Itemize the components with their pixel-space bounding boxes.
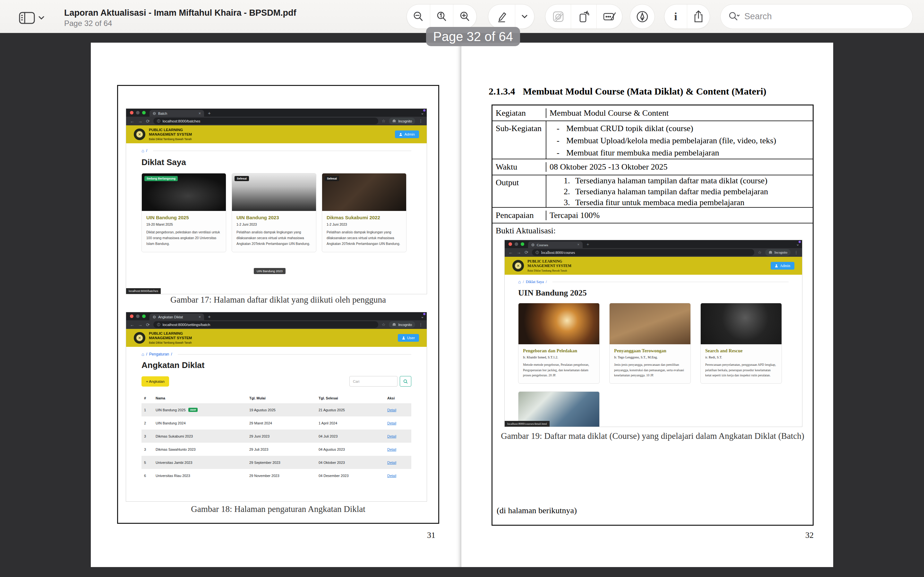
- card-instructor: Ir. Tego Lenggono, S.T., M.Eng.: [614, 356, 686, 359]
- url-text: localhost:8000/settings/batch: [163, 323, 210, 327]
- card-image: Sedang Berlangsung: [142, 173, 226, 211]
- lms-brand: PUBLIC LEARNING MANAGEMENT SYSTEM Balai …: [149, 128, 192, 141]
- zoom-actual-size-button[interactable]: [430, 5, 453, 29]
- bookmark-star-icon: ☆: [382, 322, 386, 327]
- tab-title: Batch: [158, 111, 167, 115]
- annotate-pen-button[interactable]: [630, 4, 655, 29]
- card-desc: Jenis-jenis penyangga, perencanaan dan p…: [614, 362, 686, 378]
- browser-menu-icon: ⋮: [419, 322, 423, 327]
- sidebar-toggle-button[interactable]: [19, 11, 44, 25]
- markup-menu-chevron[interactable]: [515, 5, 534, 29]
- new-tab-icon: +: [586, 242, 589, 247]
- url-text: localhost:8000/batches: [163, 119, 200, 123]
- card-desc: Diklat pengeboran, peledakan dan ventila…: [146, 229, 221, 247]
- admin-button: Admin: [395, 131, 419, 138]
- browser-addressbar: ← → ⟳ localhost:8000/batches ☆ Incognito…: [126, 117, 427, 125]
- bookmark-star-icon: ☆: [758, 250, 762, 255]
- card-title: UIN Bandung 2023: [236, 215, 312, 220]
- share-button[interactable]: [687, 5, 710, 29]
- reload-icon: ⟳: [146, 322, 150, 327]
- lms-brand: PUBLIC LEARNING MANAGEMENT SYSTEM Balai …: [527, 259, 572, 272]
- zoom-out-button[interactable]: [407, 5, 430, 29]
- courses-content: ⌂ / Diklat Saya / UIN Bandung 2025 Pen: [505, 275, 802, 427]
- link-hover-tooltip: UIN Bandung 2023: [254, 268, 286, 274]
- url-text: localhost:8000/courses: [541, 251, 575, 255]
- tab-close-icon: ×: [577, 242, 580, 247]
- card-desc: Perencanaan penyelamatan, penggunaan APD…: [705, 362, 777, 378]
- browser-addressbar: ← → ⟳ localhost:8000/courses ☆ Incognito…: [505, 248, 802, 257]
- search-field[interactable]: [720, 4, 913, 29]
- detail-link: Detail: [387, 408, 409, 412]
- lms-logo: ✕: [134, 332, 145, 343]
- document-title: Laporan Aktualisasi - Imam Miftahul Khai…: [64, 8, 296, 18]
- browser-tab: Angkatan Diklat ×: [150, 314, 204, 320]
- pdf-page-31: Batch × + ⌄ ← → ⟳ localhost:8000/bat: [91, 43, 461, 567]
- lms-header: ✕ PUBLIC LEARNING MANAGEMENT SYSTEM Bala…: [126, 329, 427, 347]
- document-title-block: Laporan Aktualisasi - Imam Miftahul Khai…: [64, 8, 296, 28]
- form-fill-button[interactable]: [596, 5, 622, 29]
- zoom-in-button[interactable]: [453, 5, 477, 29]
- url-bar: localhost:8000/settings/batch: [153, 321, 378, 328]
- course-card-row: Pengeboran dan Peledakan Ir. Khaidir Ism…: [518, 303, 788, 384]
- detail-link: Detail: [387, 421, 409, 425]
- breadcrumb: ⌂ /: [142, 148, 411, 153]
- status-url-tooltip: localhost:8000/batches: [126, 288, 161, 294]
- edit-tools: [545, 4, 622, 29]
- profile-dot: [423, 313, 425, 315]
- zoom-controls: [407, 4, 477, 29]
- card-title: Search and Rescue: [705, 348, 777, 354]
- info-button[interactable]: i: [664, 5, 687, 29]
- document-viewport[interactable]: Batch × + ⌄ ← → ⟳ localhost:8000/bat: [0, 33, 924, 577]
- table-row: 5 Universitas Jambi 2023 29 September 20…: [142, 456, 411, 469]
- forward-icon: →: [517, 250, 521, 255]
- info-share-group: i: [664, 4, 710, 29]
- back-icon: ←: [130, 322, 134, 327]
- card-title: Pengeboran dan Peledakan: [523, 348, 595, 354]
- rotate-left-button[interactable]: [571, 5, 596, 29]
- card-desc: Metode-metode pengeboran, Peralatan peng…: [523, 362, 595, 378]
- breadcrumb-divider: [178, 354, 411, 355]
- card-desc: Pelatihan analisis dampak lingkungan yan…: [236, 229, 312, 247]
- screenshot-courses: Courses × + ⌄ ← → ⟳ localhost:8000/c: [505, 240, 802, 427]
- bukti-label: Bukti Aktualisasi:: [496, 226, 556, 235]
- card-title: UIN Bandung 2025: [146, 215, 221, 220]
- table-row: 6 Universitas Riau 2023 29 November 2023…: [142, 469, 411, 482]
- card-instructor: Ir. Khaidir Ismed, S.T.1.2.: [523, 356, 595, 359]
- lms-header: ✕ PUBLIC LEARNING MANAGEMENT SYSTEM Bala…: [126, 125, 427, 143]
- card-date: 19-20 Maret 2025: [146, 222, 221, 226]
- section-number: 2.1.3.4: [489, 86, 515, 97]
- url-bar: localhost:8000/batches: [153, 118, 378, 124]
- incognito-badge: Incognito: [765, 249, 790, 256]
- cari-input: Cari: [349, 376, 397, 387]
- home-icon: ⌂: [142, 148, 144, 153]
- figure18-caption: Gambar 18: Halaman pengaturan Angkatan D…: [118, 504, 438, 514]
- screenshot-batches: Batch × + ⌄ ← → ⟳ localhost:8000/bat: [126, 109, 427, 294]
- card-image: [701, 303, 782, 344]
- card-instructor: ir. Redi, S.T.: [705, 356, 777, 359]
- course-card: Pengeboran dan Peledakan Ir. Khaidir Ism…: [518, 303, 599, 384]
- tab-close-icon: ×: [199, 315, 201, 319]
- traffic-lights: [130, 314, 145, 318]
- preview-window: Laporan Aktualisasi - Imam Miftahul Khai…: [0, 0, 924, 577]
- search-icon: [728, 11, 740, 22]
- page-indicator: Page 32 of 64: [64, 19, 296, 28]
- lms-logo: ✕: [134, 129, 145, 140]
- tab-title: Angkatan Diklat: [158, 315, 183, 319]
- page-number-31: 31: [427, 530, 435, 540]
- diklat-card: Sedang Berlangsung UIN Bandung 2025 19-2…: [142, 173, 226, 252]
- tab-title: Courses: [537, 243, 548, 247]
- aktif-badge: Aktif: [188, 408, 198, 412]
- markup-pencil-button[interactable]: [488, 5, 515, 29]
- page-title: Diklat Saya: [142, 157, 411, 167]
- lms-header: ✕ PUBLIC LEARNING MANAGEMENT SYSTEM Bala…: [505, 257, 802, 275]
- forward-icon: →: [138, 119, 142, 123]
- breadcrumb-item: Pengaturan: [149, 352, 169, 356]
- redact-pattern-icon[interactable]: [545, 5, 571, 29]
- lms-logo: ✕: [512, 260, 524, 271]
- browser-tabbar: Batch × + ⌄: [126, 109, 427, 117]
- breadcrumb-item: Diklat Saya: [526, 279, 544, 284]
- browser-addressbar: ← → ⟳ localhost:8000/settings/batch ☆ In…: [126, 320, 427, 329]
- search-input[interactable]: [744, 11, 905, 22]
- cari-search-button: [400, 376, 411, 387]
- forward-icon: →: [138, 322, 142, 327]
